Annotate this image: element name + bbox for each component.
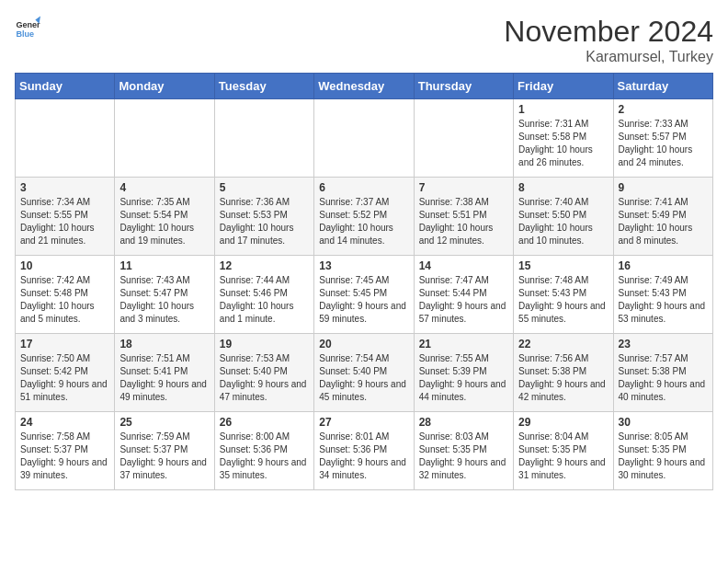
day-number: 7 — [419, 181, 508, 194]
day-number: 10 — [20, 259, 109, 272]
day-number: 29 — [518, 416, 608, 429]
day-number: 27 — [319, 416, 408, 429]
day-number: 17 — [20, 338, 109, 350]
day-number: 24 — [20, 416, 109, 429]
cell-info: Sunrise: 7:33 AM Sunset: 5:57 PM Dayligh… — [619, 118, 708, 169]
day-number: 30 — [619, 416, 708, 429]
calendar-cell: 30Sunrise: 8:05 AM Sunset: 5:35 PM Dayli… — [613, 412, 712, 490]
cell-info: Sunrise: 7:47 AM Sunset: 5:44 PM Dayligh… — [419, 274, 508, 326]
cell-info: Sunrise: 7:54 AM Sunset: 5:40 PM Dayligh… — [319, 352, 408, 404]
cell-info: Sunrise: 7:44 AM Sunset: 5:46 PM Dayligh… — [220, 274, 309, 326]
cell-info: Sunrise: 7:50 AM Sunset: 5:42 PM Dayligh… — [20, 352, 109, 404]
calendar-week-row: 1Sunrise: 7:31 AM Sunset: 5:58 PM Daylig… — [16, 99, 713, 178]
calendar-cell: 12Sunrise: 7:44 AM Sunset: 5:46 PM Dayli… — [214, 256, 313, 334]
calendar-cell — [16, 99, 115, 178]
cell-info: Sunrise: 7:48 AM Sunset: 5:43 PM Dayligh… — [518, 274, 608, 326]
calendar-cell: 7Sunrise: 7:38 AM Sunset: 5:51 PM Daylig… — [414, 178, 513, 256]
day-number: 12 — [220, 259, 309, 272]
calendar-week-row: 24Sunrise: 7:58 AM Sunset: 5:37 PM Dayli… — [16, 412, 713, 490]
calendar-cell: 24Sunrise: 7:58 AM Sunset: 5:37 PM Dayli… — [16, 412, 115, 490]
day-number: 14 — [419, 259, 508, 272]
calendar-cell: 27Sunrise: 8:01 AM Sunset: 5:36 PM Dayli… — [314, 412, 414, 490]
day-number: 4 — [119, 181, 209, 194]
cell-info: Sunrise: 7:57 AM Sunset: 5:38 PM Dayligh… — [619, 352, 708, 404]
cell-info: Sunrise: 7:40 AM Sunset: 5:50 PM Dayligh… — [518, 196, 608, 247]
day-number: 23 — [619, 338, 708, 350]
calendar-cell: 18Sunrise: 7:51 AM Sunset: 5:41 PM Dayli… — [115, 334, 214, 412]
calendar-cell: 14Sunrise: 7:47 AM Sunset: 5:44 PM Dayli… — [414, 256, 513, 334]
calendar-cell: 20Sunrise: 7:54 AM Sunset: 5:40 PM Dayli… — [314, 334, 414, 412]
calendar-cell: 23Sunrise: 7:57 AM Sunset: 5:38 PM Dayli… — [613, 334, 712, 412]
day-number: 21 — [419, 338, 508, 350]
calendar-cell: 1Sunrise: 7:31 AM Sunset: 5:58 PM Daylig… — [514, 99, 613, 178]
cell-info: Sunrise: 7:43 AM Sunset: 5:47 PM Dayligh… — [119, 274, 209, 326]
cell-info: Sunrise: 7:53 AM Sunset: 5:40 PM Dayligh… — [220, 352, 309, 404]
cell-info: Sunrise: 8:05 AM Sunset: 5:35 PM Dayligh… — [619, 431, 708, 482]
calendar-cell — [214, 99, 313, 178]
weekday-header: Wednesday — [314, 74, 414, 99]
calendar-cell: 16Sunrise: 7:49 AM Sunset: 5:43 PM Dayli… — [613, 256, 712, 334]
calendar-cell: 2Sunrise: 7:33 AM Sunset: 5:57 PM Daylig… — [613, 99, 712, 178]
day-number: 18 — [119, 338, 209, 350]
cell-info: Sunrise: 7:34 AM Sunset: 5:55 PM Dayligh… — [20, 196, 109, 247]
calendar-week-row: 17Sunrise: 7:50 AM Sunset: 5:42 PM Dayli… — [16, 334, 713, 412]
weekday-header: Saturday — [613, 74, 712, 99]
page-header: General Blue November 2024 Karamursel, T… — [15, 15, 713, 65]
svg-text:General: General — [16, 20, 40, 29]
calendar-cell: 15Sunrise: 7:48 AM Sunset: 5:43 PM Dayli… — [514, 256, 613, 334]
calendar-cell: 3Sunrise: 7:34 AM Sunset: 5:55 PM Daylig… — [16, 178, 115, 256]
cell-info: Sunrise: 8:01 AM Sunset: 5:36 PM Dayligh… — [319, 431, 408, 482]
cell-info: Sunrise: 7:31 AM Sunset: 5:58 PM Dayligh… — [518, 118, 608, 169]
weekday-header: Thursday — [414, 74, 513, 99]
calendar-cell: 17Sunrise: 7:50 AM Sunset: 5:42 PM Dayli… — [16, 334, 115, 412]
cell-info: Sunrise: 7:51 AM Sunset: 5:41 PM Dayligh… — [119, 352, 209, 404]
calendar-cell: 13Sunrise: 7:45 AM Sunset: 5:45 PM Dayli… — [314, 256, 414, 334]
cell-info: Sunrise: 7:45 AM Sunset: 5:45 PM Dayligh… — [319, 274, 408, 326]
day-number: 22 — [518, 338, 608, 350]
cell-info: Sunrise: 7:36 AM Sunset: 5:53 PM Dayligh… — [220, 196, 309, 247]
cell-info: Sunrise: 7:49 AM Sunset: 5:43 PM Dayligh… — [619, 274, 708, 326]
calendar-cell: 28Sunrise: 8:03 AM Sunset: 5:35 PM Dayli… — [414, 412, 513, 490]
cell-info: Sunrise: 7:56 AM Sunset: 5:38 PM Dayligh… — [518, 352, 608, 404]
calendar-cell: 5Sunrise: 7:36 AM Sunset: 5:53 PM Daylig… — [214, 178, 313, 256]
day-number: 3 — [20, 181, 109, 194]
calendar-table: SundayMondayTuesdayWednesdayThursdayFrid… — [15, 73, 713, 490]
day-number: 2 — [619, 103, 708, 116]
calendar-cell: 8Sunrise: 7:40 AM Sunset: 5:50 PM Daylig… — [514, 178, 613, 256]
calendar-cell: 11Sunrise: 7:43 AM Sunset: 5:47 PM Dayli… — [115, 256, 214, 334]
title-section: November 2024 Karamursel, Turkey — [504, 15, 713, 65]
cell-info: Sunrise: 7:59 AM Sunset: 5:37 PM Dayligh… — [119, 431, 209, 482]
day-number: 6 — [319, 181, 408, 194]
cell-info: Sunrise: 7:58 AM Sunset: 5:37 PM Dayligh… — [20, 431, 109, 482]
calendar-week-row: 3Sunrise: 7:34 AM Sunset: 5:55 PM Daylig… — [16, 178, 713, 256]
calendar-cell: 29Sunrise: 8:04 AM Sunset: 5:35 PM Dayli… — [514, 412, 613, 490]
logo: General Blue — [15, 15, 40, 40]
calendar-cell: 6Sunrise: 7:37 AM Sunset: 5:52 PM Daylig… — [314, 178, 414, 256]
day-number: 15 — [518, 259, 608, 272]
day-number: 11 — [119, 259, 209, 272]
cell-info: Sunrise: 8:04 AM Sunset: 5:35 PM Dayligh… — [518, 431, 608, 482]
calendar-cell — [414, 99, 513, 178]
calendar-cell: 10Sunrise: 7:42 AM Sunset: 5:48 PM Dayli… — [16, 256, 115, 334]
calendar-cell — [314, 99, 414, 178]
cell-info: Sunrise: 7:37 AM Sunset: 5:52 PM Dayligh… — [319, 196, 408, 247]
weekday-header: Monday — [115, 74, 214, 99]
calendar-cell: 22Sunrise: 7:56 AM Sunset: 5:38 PM Dayli… — [514, 334, 613, 412]
logo-icon: General Blue — [15, 15, 40, 40]
calendar-week-row: 10Sunrise: 7:42 AM Sunset: 5:48 PM Dayli… — [16, 256, 713, 334]
cell-info: Sunrise: 7:41 AM Sunset: 5:49 PM Dayligh… — [619, 196, 708, 247]
day-number: 9 — [619, 181, 708, 194]
cell-info: Sunrise: 8:00 AM Sunset: 5:36 PM Dayligh… — [220, 431, 309, 482]
svg-text:Blue: Blue — [16, 29, 34, 39]
cell-info: Sunrise: 7:55 AM Sunset: 5:39 PM Dayligh… — [419, 352, 508, 404]
calendar-cell: 26Sunrise: 8:00 AM Sunset: 5:36 PM Dayli… — [214, 412, 313, 490]
day-number: 13 — [319, 259, 408, 272]
cell-info: Sunrise: 8:03 AM Sunset: 5:35 PM Dayligh… — [419, 431, 508, 482]
day-number: 28 — [419, 416, 508, 429]
weekday-header: Sunday — [16, 74, 115, 99]
day-number: 8 — [518, 181, 608, 194]
calendar-cell: 21Sunrise: 7:55 AM Sunset: 5:39 PM Dayli… — [414, 334, 513, 412]
day-number: 19 — [220, 338, 309, 350]
weekday-header: Tuesday — [214, 74, 313, 99]
calendar-cell: 9Sunrise: 7:41 AM Sunset: 5:49 PM Daylig… — [613, 178, 712, 256]
